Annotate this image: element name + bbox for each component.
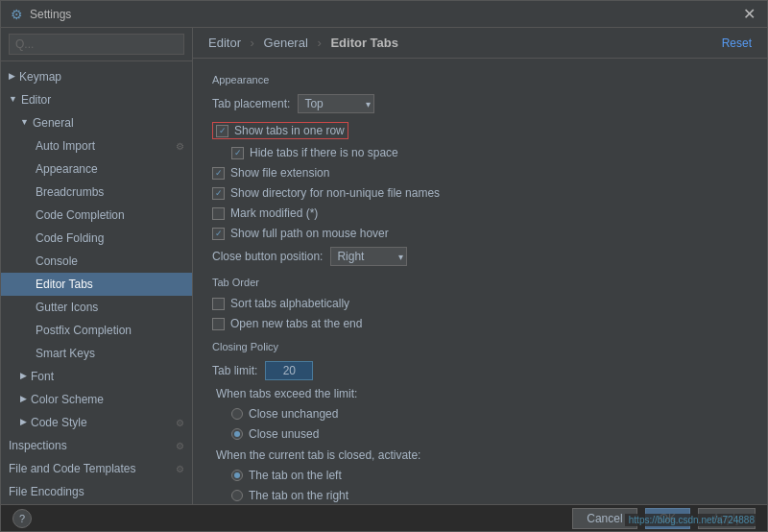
settings-panel: Appearance Tab placement: Top Bottom Lef… [193,59,767,504]
close-unchanged-radio[interactable] [231,408,243,420]
close-unused-row: Close unused [212,426,748,442]
sort-alpha-checkbox[interactable] [212,298,225,310]
hide-tabs-label: Hide tabs if there is no space [250,146,398,159]
hide-tabs-checkbox[interactable] [231,147,244,159]
show-directory-label: Show directory for non-unique file names [230,186,440,200]
reset-button[interactable]: Reset [722,36,752,50]
open-new-end-row: Open new tabs at the end [212,316,748,331]
sidebar-item-editor-tabs[interactable]: Editor Tabs [1,273,192,296]
breadcrumb-sep2: › [317,36,321,50]
hide-tabs-row: Hide tabs if there is no space [212,145,748,160]
show-file-ext-checkbox[interactable] [212,167,225,180]
sidebar-item-editor[interactable]: ▼ Editor [1,88,192,111]
console-label: Console [36,253,78,270]
gutter-icons-label: Gutter Icons [36,299,98,316]
when-current-closed-label: When the current tab is closed, activate… [216,448,420,462]
sort-alpha-label: Sort tabs alphabetically [230,297,349,310]
mark-modified-row: Mark modified (*) [212,206,748,221]
show-tabs-checkbox[interactable] [216,125,228,137]
open-new-end-label: Open new tabs at the end [230,317,362,330]
sidebar-item-inspections[interactable]: Inspections ⚙ [1,434,192,457]
sidebar-item-breadcrumbs[interactable]: Breadcrumbs [1,181,192,204]
search-input[interactable] [9,34,184,55]
sidebar-item-keymap[interactable]: ▶ Keymap [1,65,192,88]
sidebar-item-font[interactable]: ▶ Font [1,365,192,388]
close-unused-radio[interactable] [231,428,243,440]
tab-placement-label: Tab placement: [212,97,290,110]
show-tabs-one-row-row: Show tabs in one row [212,121,748,140]
mark-modified-label: Mark modified (*) [230,206,318,220]
sidebar-item-code-style[interactable]: ▶ Code Style ⚙ [1,411,192,434]
settings-icon: ⚙ [176,439,184,453]
search-box [1,28,192,61]
file-encodings-label: File Encodings [9,483,84,500]
title-bar-text: Settings [30,8,739,21]
show-directory-checkbox[interactable] [212,187,225,200]
show-file-ext-label: Show file extension [230,166,329,180]
sidebar-item-auto-import[interactable]: Auto Import ⚙ [1,134,192,157]
sort-alpha-row: Sort tabs alphabetically [212,296,748,311]
inspections-label: Inspections [9,437,67,454]
sidebar-tree: ▶ Keymap ▼ Editor ▼ General Auto Import … [1,61,192,504]
sidebar-item-postfix-completion[interactable]: Postfix Completion [1,319,192,342]
breadcrumb-general: General [264,36,308,50]
sidebar-item-file-encodings[interactable]: File Encodings [1,480,192,503]
tab-on-left-row: The tab on the left [212,468,748,483]
help-button[interactable]: ? [12,509,32,528]
code-style-label: Code Style [31,414,87,431]
show-full-path-checkbox[interactable] [212,228,225,240]
settings-icon: ⚙ [176,139,184,154]
code-completion-label: Code Completion [36,206,125,224]
file-code-templates-label: File and Code Templates [9,460,136,477]
auto-import-label: Auto Import [36,137,95,155]
breadcrumb: Editor › General › Editor Tabs [208,36,398,50]
breadcrumb-editor: Editor [208,36,241,50]
close-button[interactable]: ✕ [739,5,759,23]
tab-limit-input[interactable] [265,361,313,380]
sidebar: ▶ Keymap ▼ Editor ▼ General Auto Import … [1,28,193,504]
show-tabs-label: Show tabs in one row [234,124,345,137]
show-full-path-label: Show full path on mouse hover [230,227,389,240]
sidebar-item-code-folding[interactable]: Code Folding [1,227,192,250]
postfix-completion-label: Postfix Completion [36,322,132,339]
open-new-end-checkbox[interactable] [212,318,225,330]
sidebar-item-code-completion[interactable]: Code Completion [1,204,192,227]
when-tabs-exceed-label: When tabs exceed the limit: [216,387,357,400]
settings-icon: ⚙ [9,7,24,22]
tab-placement-dropdown[interactable]: Top Bottom Left Right None [298,94,374,113]
code-folding-label: Code Folding [36,230,104,247]
editor-tabs-label: Editor Tabs [36,276,93,293]
keymap-label: Keymap [19,68,61,85]
sidebar-item-file-code-templates[interactable]: File and Code Templates ⚙ [1,457,192,480]
main-content: ▶ Keymap ▼ Editor ▼ General Auto Import … [1,28,767,504]
settings-window: ⚙ Settings ✕ ▶ Keymap ▼ Editor [0,0,768,532]
mark-modified-checkbox[interactable] [212,207,225,220]
breadcrumb-sep1: › [251,36,254,50]
expand-icon: ▼ [20,116,29,130]
breadcrumb-current: Editor Tabs [330,36,398,50]
close-btn-dropdown-wrapper: Right Left None [330,247,407,266]
sidebar-item-appearance[interactable]: Appearance [1,157,192,181]
sidebar-item-general[interactable]: ▼ General [1,111,192,134]
color-scheme-label: Color Scheme [31,391,104,408]
sidebar-item-smart-keys[interactable]: Smart Keys [1,342,192,365]
show-directory-row: Show directory for non-unique file names [212,185,748,201]
expand-icon: ▼ [9,93,17,107]
tab-placement-dropdown-wrapper: Top Bottom Left Right None [298,94,374,113]
sidebar-item-console[interactable]: Console [1,250,192,273]
sidebar-item-gutter-icons[interactable]: Gutter Icons [1,296,192,319]
tab-limit-row: Tab limit: [212,360,748,381]
sidebar-item-color-scheme[interactable]: ▶ Color Scheme [1,388,192,411]
font-label: Font [31,368,54,385]
breadcrumbs-label: Breadcrumbs [36,183,104,201]
watermark: https://blog.csdn.net/a724888 [625,514,758,526]
appearance-section-label: Appearance [212,74,748,85]
tab-on-right-radio[interactable] [231,490,243,501]
expand-icon: ▶ [20,370,27,383]
title-bar: ⚙ Settings ✕ [1,1,767,28]
close-unchanged-label: Close unchanged [249,407,338,421]
closing-policy-section-label: Closing Policy [212,341,748,352]
tab-on-left-radio[interactable] [231,470,243,481]
close-btn-dropdown[interactable]: Right Left None [330,247,407,266]
close-unchanged-row: Close unchanged [212,406,748,422]
